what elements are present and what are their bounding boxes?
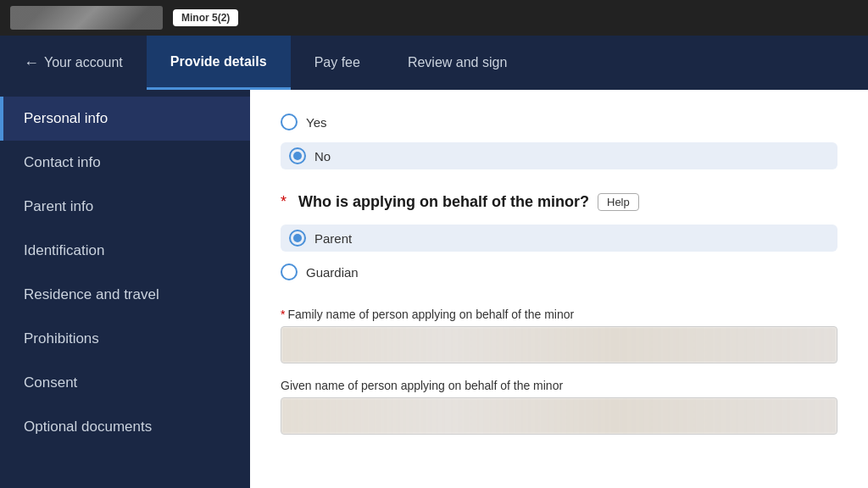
yes-no-radio-group: Yes No [281, 110, 837, 169]
who-applying-question-text: Who is applying on behalf of the minor? [298, 193, 589, 211]
sidebar-item-residence-travel[interactable]: Residence and travel [0, 273, 250, 317]
sidebar-item-personal-info[interactable]: Personal info [0, 97, 250, 141]
badge: Minor 5(2) [173, 9, 238, 26]
content-area: Yes No * Who is applying on behalf of th… [250, 90, 868, 488]
sidebar-item-identification[interactable]: Identification [0, 229, 250, 273]
given-name-input[interactable] [281, 397, 837, 435]
who-applying-question-row: * Who is applying on behalf of the minor… [281, 193, 837, 211]
family-name-input[interactable] [281, 326, 837, 363]
required-star-family: * [281, 308, 285, 321]
tab-pay-fee[interactable]: Pay fee [291, 36, 384, 90]
sidebar-item-contact-info[interactable]: Contact info [0, 141, 250, 185]
sidebar-item-prohibitions[interactable]: Prohibitions [0, 317, 250, 361]
nav-tabs: ← Your account Provide details Pay fee R… [0, 36, 868, 90]
top-bar: Minor 5(2) [0, 0, 868, 36]
help-button[interactable]: Help [598, 193, 639, 211]
radio-yes-label: Yes [306, 115, 326, 130]
given-name-label: Given name of person applying on behalf … [281, 379, 837, 392]
radio-option-yes[interactable]: Yes [281, 110, 837, 134]
review-sign-label: Review and sign [408, 55, 507, 70]
sidebar-item-consent[interactable]: Consent [0, 361, 250, 405]
tab-provide-details[interactable]: Provide details [147, 36, 291, 90]
radio-option-parent[interactable]: Parent [281, 225, 837, 252]
tab-review-sign[interactable]: Review and sign [384, 36, 531, 90]
radio-no-circle [289, 147, 306, 164]
back-label: Your account [44, 55, 123, 70]
pay-fee-label: Pay fee [314, 55, 360, 70]
sidebar: Personal info Contact info Parent info I… [0, 90, 250, 488]
sidebar-item-parent-info[interactable]: Parent info [0, 185, 250, 229]
main-layout: Personal info Contact info Parent info I… [0, 90, 868, 488]
radio-guardian-circle [281, 263, 298, 280]
parent-guardian-radio-group: Parent Guardian [281, 225, 837, 284]
radio-option-guardian[interactable]: Guardian [281, 260, 837, 284]
given-name-blur [281, 398, 837, 434]
family-name-blur [281, 327, 837, 363]
radio-no-label: No [314, 149, 331, 164]
family-name-label: *Family name of person applying on behal… [281, 308, 837, 321]
radio-option-no[interactable]: No [281, 142, 837, 169]
required-star-who: * [281, 193, 287, 211]
tab-your-account[interactable]: ← Your account [0, 36, 147, 90]
provide-details-label: Provide details [170, 54, 267, 69]
sidebar-item-optional-docs[interactable]: Optional documents [0, 405, 250, 449]
back-arrow-icon: ← [24, 54, 39, 72]
radio-guardian-label: Guardian [306, 265, 359, 280]
logo [10, 6, 163, 30]
radio-parent-label: Parent [314, 231, 352, 246]
radio-parent-circle [289, 230, 306, 247]
radio-yes-circle [281, 114, 298, 130]
